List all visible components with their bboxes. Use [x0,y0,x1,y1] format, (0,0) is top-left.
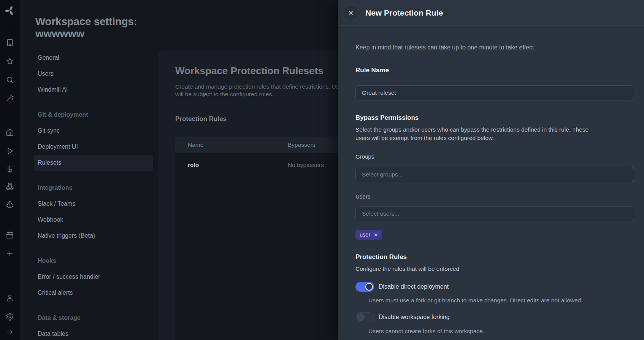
pyramid-icon[interactable] [6,200,14,209]
toggle-knob [357,313,365,321]
toggle-row-direct-deployment: Disable direct deployment [355,282,634,292]
boxes-icon[interactable] [6,182,14,191]
sidebar-item-users[interactable]: Users [34,66,153,82]
settings-nav: Workspace settings: wwwwww General Users… [20,0,158,340]
settings-nav-list: General Users Windmill AI Git & deployme… [20,50,158,340]
toggle-description: Users cannot create forks of this worksp… [355,327,634,335]
ruleset-info-text: Keep in mind that rulesets can take up t… [355,44,634,51]
sidebar-item-data-tables[interactable]: Data tables [34,326,153,340]
chip-remove-icon[interactable]: ✕ [374,232,378,238]
magic-wand-icon[interactable] [6,94,14,102]
sidebar-item-slack-teams[interactable]: Slack / Teams [34,196,153,212]
user-icon[interactable] [6,294,14,302]
column-header-name: Name [175,141,275,148]
sidebar-item-critical-alerts[interactable]: Critical alerts [34,285,153,301]
bypass-permissions-heading: Bypass Permissions [355,114,634,121]
close-icon[interactable]: ✕ [343,5,359,21]
protection-rules-heading: Protection Rules [355,253,634,261]
sidebar-item-deployment-ui[interactable]: Deployment UI [34,139,153,155]
search-icon[interactable] [6,76,14,84]
toggle-label: Disable direct deployment [379,283,449,290]
rule-name-cell: rolo [175,162,275,168]
drawer-title: New Protection Rule [365,8,443,17]
home-icon[interactable] [6,128,14,137]
nav-section-git-deployment: Git & deployment [34,107,153,123]
calendar-icon[interactable] [6,231,14,239]
nav-section-hooks: Hooks [34,253,153,269]
rail-divider [3,25,17,25]
toggle-row-workspace-forking: Disable workspace forking [355,312,634,322]
sidebar-item-error-success-handler[interactable]: Error / success handler [34,269,153,285]
groups-label: Groups [355,153,634,160]
icon-rail [0,0,20,340]
disable-workspace-forking-toggle[interactable] [355,312,374,322]
sidebar-item-git-sync[interactable]: Git sync [34,123,153,139]
page-title: Workspace settings: wwwwww [35,16,158,40]
sidebar-item-webhook[interactable]: Webhook [34,212,153,228]
plus-icon[interactable] [6,249,14,258]
users-label: Users [355,193,634,200]
gear-icon[interactable] [6,313,14,321]
nav-section-integrations: Integrations [34,180,153,196]
groups-select-input[interactable] [355,167,634,182]
sidebar-item-windmill-ai[interactable]: Windmill AI [34,82,153,98]
toggle-description: Users must use a fork or git branch to m… [355,297,634,304]
windmill-logo[interactable] [4,5,16,16]
sidebar-item-general[interactable]: General [34,50,153,66]
protection-rules-subheading: Configure the rules that will be enforce… [355,265,634,273]
toggle-knob [365,283,373,291]
drawer-body: Keep in mind that rulesets can take up t… [338,26,644,335]
user-chip-label: user [360,232,370,238]
nav-section-data-storage: Data & storage [34,310,153,326]
sidebar-item-native-triggers[interactable]: Native triggers (Beta) [34,228,153,244]
building-icon[interactable] [6,38,14,47]
dollar-icon[interactable] [6,165,14,173]
star-icon[interactable] [6,57,14,65]
arrow-right-icon[interactable] [6,328,14,336]
toggle-label: Disable workspace forking [379,314,450,321]
user-chip[interactable]: user ✕ [355,230,382,240]
sidebar-item-rulesets[interactable]: Rulesets [34,155,153,171]
new-protection-rule-drawer: ✕ New Protection Rule Keep in mind that … [338,0,644,340]
drawer-header: ✕ New Protection Rule [338,0,644,26]
rule-name-input[interactable] [355,85,634,100]
play-icon[interactable] [6,147,14,155]
bypass-permissions-description: Select the groups and/or users who can b… [355,126,599,142]
disable-direct-deployment-toggle[interactable] [355,282,374,292]
rule-name-heading: Rule Name [355,67,634,74]
users-select-input[interactable] [355,206,634,221]
